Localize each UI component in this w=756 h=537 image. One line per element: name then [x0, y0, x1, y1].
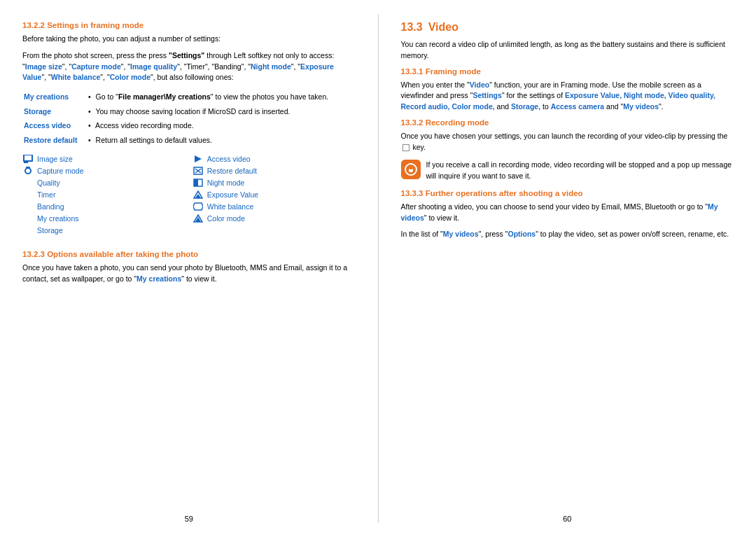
- quality-icon: [22, 178, 34, 188]
- section-323-para: Once you have taken a photo, you can sen…: [22, 263, 356, 285]
- section-13-para: You can record a video clip of unlimited…: [401, 39, 734, 62]
- settings-row-accessvideo: Access video • Access video recording mo…: [24, 119, 354, 132]
- settings-row-storage: Storage • You may choose saving location…: [24, 105, 354, 118]
- icon-row-exposurevalue: Exposure Value: [192, 190, 356, 200]
- nightmode-icon: [192, 178, 204, 188]
- icon-row-whitebalance: White balance: [192, 202, 356, 211]
- right-page: 13.3 Video You can record a video clip o…: [379, 0, 757, 537]
- left-page: 13.2.2 Settings in framing mode Before t…: [0, 0, 378, 537]
- settings-label-accessvideo: Access video: [24, 119, 87, 132]
- storage-icon: [22, 225, 34, 235]
- section-132-title: 13.3.2 Recording mode: [401, 118, 489, 127]
- settings-value-accessvideo: • Access video recording mode.: [88, 119, 354, 132]
- section-131: 13.3.1 Framing mode When you enter the "…: [401, 67, 734, 113]
- phone-icon: [401, 160, 421, 179]
- section-133-para1: After shooting a video, you can choose t…: [401, 202, 734, 224]
- svg-rect-1: [24, 161, 28, 163]
- icon-row-restoredefault: Restore default: [192, 166, 356, 176]
- settings-value-mycreations: • Go to "File manager\My creations" to v…: [88, 90, 354, 104]
- icon-row-quality: Quality: [22, 178, 186, 188]
- settings-label-restoredefault: Restore default: [24, 134, 87, 147]
- whitebalance-icon: [192, 202, 204, 211]
- icon-row-storage: Storage: [22, 225, 186, 235]
- settings-label-mycreations: My creations: [24, 90, 87, 104]
- section-322: 13.2.2 Settings in framing mode Before t…: [22, 21, 356, 83]
- section-133-heading: 13.3.3 Further operations after shooting…: [401, 189, 734, 197]
- right-icon-list: Access video Restore default: [186, 154, 356, 237]
- accessvideo-icon: [192, 154, 204, 164]
- settings-value-restoredefault: • Return all settings to default values.: [88, 134, 354, 147]
- icon-row-timer: Timer: [22, 190, 186, 200]
- icon-row-colormode: Color mode: [192, 214, 356, 223]
- section-132-heading: 13.3.2 Recording mode: [401, 118, 734, 127]
- section-322-para1: Before taking the photo, you can adjust …: [22, 34, 356, 45]
- icon-row-nightmode: Night mode: [192, 178, 356, 188]
- settings-row-restoredefault: Restore default • Return all settings to…: [24, 134, 354, 147]
- icon-list: Image size Capture mode Quality: [22, 154, 356, 237]
- exposurevalue-icon: [192, 190, 204, 200]
- colormode-icon: [192, 214, 204, 223]
- key-square: [402, 144, 410, 151]
- icon-row-mycreations: My creations: [22, 214, 186, 223]
- section-323-title: 13.2.3 Options available after taking th…: [22, 250, 198, 258]
- banding-icon: [22, 202, 34, 211]
- svg-rect-0: [24, 155, 32, 161]
- page-number-right: 60: [563, 515, 571, 523]
- call-note-text: If you receive a call in recording mode,…: [426, 160, 734, 182]
- section-133: 13.3.3 Further operations after shooting…: [401, 189, 734, 240]
- timer-icon: [22, 190, 34, 200]
- svg-marker-4: [195, 155, 202, 162]
- left-icon-list: Image size Capture mode Quality: [22, 154, 186, 237]
- call-note: If you receive a call in recording mode,…: [401, 160, 734, 182]
- svg-rect-9: [194, 179, 198, 186]
- svg-point-2: [25, 168, 31, 174]
- section-132: 13.3.2 Recording mode Once you have chos…: [401, 118, 734, 182]
- section-322-heading: 13.2.2 Settings in framing mode: [22, 21, 356, 29]
- section-13-title: Video: [428, 21, 458, 34]
- section-131-title: 13.3.1 Framing mode: [401, 67, 481, 76]
- icon-row-banding: Banding: [22, 202, 186, 211]
- imagesize-icon: [22, 154, 34, 164]
- page-number-left: 59: [185, 515, 193, 523]
- section-13-header: 13.3 Video: [401, 21, 734, 34]
- section-323-heading: 13.2.3 Options available after taking th…: [22, 250, 356, 258]
- section-323: 13.2.3 Options available after taking th…: [22, 250, 356, 285]
- svg-rect-3: [26, 167, 30, 169]
- icon-row-imagesize: Image size: [22, 154, 186, 164]
- mycreations-icon: [22, 214, 34, 223]
- capturemode-icon: [22, 166, 34, 176]
- section-131-heading: 13.3.1 Framing mode: [401, 67, 734, 76]
- section-322-para2: From the photo shot screen, press the pr…: [22, 50, 356, 83]
- restoredefault-icon: [192, 166, 204, 176]
- section-133-para2: In the list of "My videos", press "Optio…: [401, 229, 734, 240]
- svg-rect-16: [409, 167, 413, 169]
- settings-table: My creations • Go to "File manager\My cr…: [22, 89, 356, 148]
- section-13-num: 13.3: [401, 21, 423, 34]
- settings-value-storage: • You may choose saving location if Micr…: [88, 105, 354, 118]
- icon-row-capturemode: Capture mode: [22, 166, 186, 176]
- section-322-title: 13.2.2 Settings in framing mode: [22, 21, 144, 29]
- svg-marker-12: [193, 203, 203, 210]
- section-133-title: 13.3.3 Further operations after shooting…: [401, 189, 583, 197]
- section-132-para1: Once you have chosen your settings, you …: [401, 131, 734, 153]
- settings-row-mycreations: My creations • Go to "File manager\My cr…: [24, 90, 354, 104]
- settings-label-storage: Storage: [24, 105, 87, 118]
- section-131-para: When you enter the "Video" function, you…: [401, 80, 734, 113]
- icon-row-accessvideo: Access video: [192, 154, 356, 164]
